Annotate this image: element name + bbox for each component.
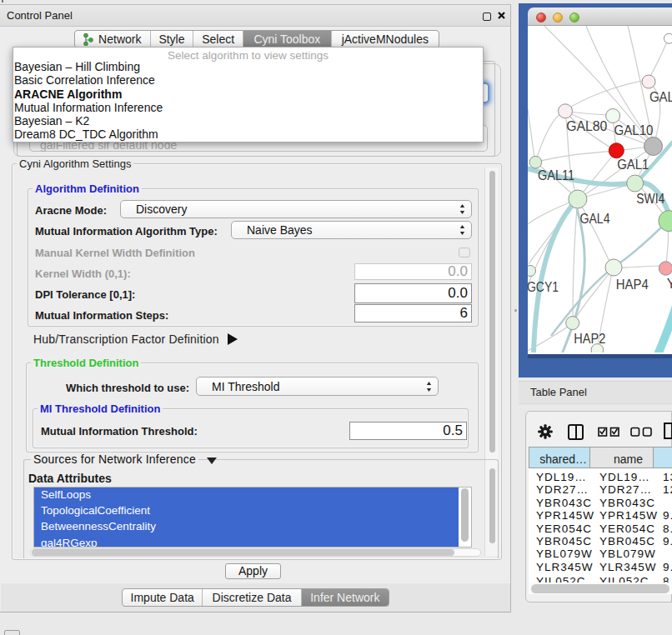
svg-text:HAP4: HAP4 [616, 278, 649, 292]
svg-text:HAP2: HAP2 [574, 332, 605, 346]
svg-text:GAL80: GAL80 [566, 119, 607, 133]
svg-text:Y: Y [667, 277, 672, 291]
svg-text:SWI4: SWI4 [636, 192, 664, 206]
svg-text:GAL1: GAL1 [617, 158, 649, 172]
svg-text:GAL: GAL [649, 90, 672, 104]
svg-text:GAL4: GAL4 [580, 212, 610, 226]
svg-text:GAL11: GAL11 [538, 168, 574, 182]
svg-text:GAL10: GAL10 [614, 123, 654, 138]
svg-text:GCY1: GCY1 [528, 280, 559, 294]
